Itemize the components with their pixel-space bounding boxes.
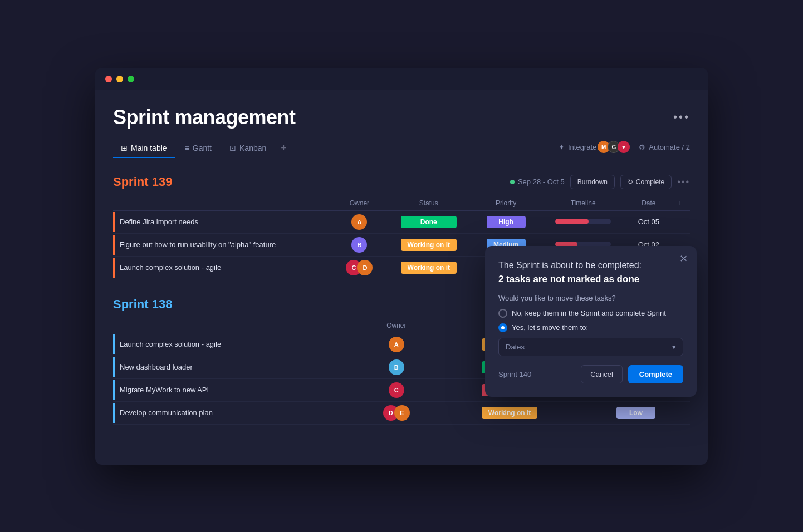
task-name: Launch complex solution - agile [115, 333, 356, 356]
status-badge: Working on it [401, 262, 457, 274]
col-task [115, 196, 335, 211]
status-cell: Working on it [384, 256, 473, 279]
sprint-139-date: Sep 28 - Oct 5 [510, 178, 565, 186]
priority-cell: High [473, 210, 539, 233]
gantt-icon: ≡ [185, 144, 189, 152]
chevron-down-icon: ▾ [672, 343, 676, 351]
sprint-139-title: Sprint 139 [113, 175, 172, 189]
dialog-close-button[interactable]: ✕ [679, 254, 688, 264]
timeline-cell [539, 210, 627, 233]
owner-cell: A [356, 333, 438, 356]
avatar: B [389, 359, 404, 375]
sprint-138-title: Sprint 138 [113, 297, 172, 312]
owner-cell: C D [335, 256, 385, 279]
owner-cell: C [356, 378, 438, 401]
task-name: Define Jira import needs [115, 210, 335, 233]
tabs-right: ✦ Integrate M G ♥ ⚙ Automate / 2 [559, 141, 690, 155]
owner-cell: B [335, 233, 385, 256]
priority-badge: High [487, 216, 526, 228]
automate-button[interactable]: ⚙ Automate / 2 [639, 143, 690, 151]
radio-no[interactable] [498, 309, 507, 318]
burndown-button[interactable]: Burndown [570, 175, 615, 189]
priority-badge: Low [616, 407, 655, 419]
table-icon: ⊞ [121, 144, 128, 152]
dialog-footer: Sprint 140 Cancel Complete [498, 365, 683, 383]
table-row: Define Jira import needs A Done High [113, 210, 690, 233]
status-cell: Working on it [384, 233, 473, 256]
page-header: Sprint management ••• [113, 106, 690, 129]
footer-buttons: Cancel Complete [581, 365, 683, 383]
avatar: D [357, 260, 373, 275]
kanban-icon: ⊡ [229, 144, 236, 152]
complete-sprint-dialog: ✕ The Sprint is about to be completed: 2… [485, 246, 697, 397]
cancel-button[interactable]: Cancel [581, 365, 622, 383]
col-status: Status [384, 196, 473, 211]
dialog-subtitle: 2 tasks are not marked as done [498, 274, 683, 285]
sprint-140-label: Sprint 140 [498, 370, 531, 378]
main-window: Sprint management ••• ⊞ Main table ≡ Gan… [95, 68, 708, 465]
avatar: C [389, 382, 404, 398]
status-badge: Working on it [482, 407, 537, 419]
titlebar [95, 68, 708, 90]
radio-option-yes[interactable]: Yes, let's move them to: [498, 323, 683, 332]
dropdown-dates[interactable]: Dates ▾ [498, 338, 683, 356]
tabs-row: ⊞ Main table ≡ Gantt ⊡ Kanban + ✦ Integr… [113, 138, 690, 159]
add-tab-button[interactable]: + [276, 138, 291, 159]
col-add[interactable]: + [670, 196, 690, 211]
tab-kanban[interactable]: ⊡ Kanban [222, 139, 274, 158]
dialog-question: Would you like to move these tasks? [498, 294, 683, 302]
header-more-button[interactable]: ••• [673, 111, 690, 124]
task-name: Migrate MyWork to new API [115, 378, 356, 401]
complete-button[interactable]: Complete [628, 365, 683, 383]
integrate-button[interactable]: ✦ Integrate M G ♥ [559, 141, 630, 153]
refresh-icon: ↻ [628, 178, 633, 186]
status-cell: Done [384, 210, 473, 233]
col-task [115, 318, 356, 333]
status-cell: Working on it [437, 401, 582, 424]
task-name: Develop communication plan [115, 401, 356, 424]
sprint-139-complete-button[interactable]: ↻ Complete [620, 175, 672, 189]
integrate-icons: M G ♥ [600, 141, 630, 153]
sprint-139-meta: Sep 28 - Oct 5 Burndown ↻ Complete ••• [510, 175, 690, 189]
owner-cell: D E [356, 401, 438, 424]
col-owner: Owner [356, 318, 438, 333]
task-name: New dashboard loader [115, 356, 356, 378]
task-name: Figure out how to run usability on "alph… [115, 233, 335, 256]
status-badge: Done [401, 216, 457, 228]
avatar: A [351, 214, 367, 230]
col-priority: Priority [473, 196, 539, 211]
avatar: B [351, 237, 367, 253]
col-owner: Owner [335, 196, 385, 211]
sprint-139-more-button[interactable]: ••• [677, 177, 690, 187]
owner-cell: A [335, 210, 385, 233]
avatar-app: ♥ [618, 141, 630, 153]
page-title: Sprint management [113, 106, 296, 129]
col-timeline: Timeline [539, 196, 627, 211]
tabs-left: ⊞ Main table ≡ Gantt ⊡ Kanban + [113, 138, 291, 159]
minimize-dot[interactable] [116, 76, 123, 82]
radio-yes[interactable] [498, 323, 507, 332]
avatar: A [389, 337, 404, 352]
tab-gantt[interactable]: ≡ Gantt [177, 139, 219, 158]
table-row: Develop communication plan D E Working o… [113, 401, 690, 424]
radio-option-no[interactable]: No, keep them in the Sprint and complete… [498, 309, 683, 318]
tab-main-table[interactable]: ⊞ Main table [113, 139, 175, 158]
status-badge: Working on it [401, 239, 457, 251]
avatar: E [394, 405, 410, 421]
timeline-bar [555, 219, 611, 224]
priority-cell: Low [582, 401, 690, 424]
col-date: Date [627, 196, 670, 211]
sprint-139-header: Sprint 139 Sep 28 - Oct 5 Burndown ↻ Com… [113, 175, 690, 189]
dialog-title: The Sprint is about to be completed: [498, 259, 683, 272]
close-dot[interactable] [105, 76, 112, 82]
date-cell: Oct 05 [627, 210, 670, 233]
date-dot [510, 180, 515, 184]
automate-icon: ⚙ [639, 143, 645, 151]
task-name: Launch complex solution - agile [115, 256, 335, 279]
maximize-dot[interactable] [128, 76, 134, 82]
owner-cell: B [356, 356, 438, 378]
integrate-icon: ✦ [559, 143, 565, 151]
